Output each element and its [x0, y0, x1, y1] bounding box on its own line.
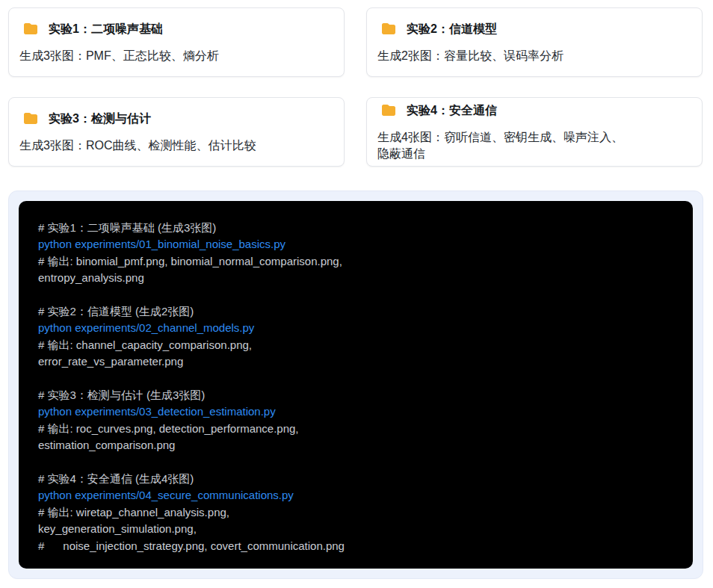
terminal-comment-line: # 实验4：安全通信 (生成4张图): [38, 471, 673, 487]
terminal-comment-line: error_rate_vs_parameter.png: [38, 353, 673, 370]
terminal-comment-line: # 输出: roc_curves.png, detection_performa…: [38, 421, 673, 437]
terminal-command-line[interactable]: python experiments/02_channel_models.py: [38, 320, 673, 336]
terminal-blank-line: [38, 454, 673, 471]
terminal-command-line[interactable]: python experiments/01_binomial_noise_bas…: [38, 236, 673, 253]
experiment-card-header: 实验4：安全通信: [377, 102, 690, 119]
experiment-card-header: 实验1：二项噪声基础: [19, 21, 332, 37]
terminal-comment-line: # 实验1：二项噪声基础 (生成3张图): [38, 220, 673, 236]
terminal-comment-line: estimation_comparison.png: [38, 437, 673, 454]
terminal-comment-line: key_generation_simulation.png,: [38, 521, 673, 537]
terminal-comment-line: # 输出: wiretap_channel_analysis.png,: [38, 504, 673, 521]
experiment-card-description: 生成2张图：容量比较、误码率分析: [377, 48, 690, 64]
experiment-card[interactable]: 实验4：安全通信 生成4张图：窃听信道、密钥生成、噪声注入、 隐蔽通信: [366, 97, 703, 167]
folder-icon: [23, 112, 38, 125]
experiment-card-grid: 实验1：二项噪声基础 生成3张图：PMF、正态比较、熵分析 实验2：信道模型 生…: [8, 7, 703, 167]
experiment-card[interactable]: 实验1：二项噪声基础 生成3张图：PMF、正态比较、熵分析: [8, 7, 345, 77]
terminal-comment-line: entropy_analysis.png: [38, 270, 673, 286]
folder-icon: [381, 22, 396, 35]
terminal-command-line[interactable]: python experiments/04_secure_communicati…: [38, 487, 673, 504]
terminal-comment-line: # 实验2：信道模型 (生成2张图): [38, 303, 673, 320]
experiment-card-title: 实验3：检测与估计: [49, 111, 151, 127]
experiment-card[interactable]: 实验3：检测与估计 生成3张图：ROC曲线、检测性能、估计比较: [8, 97, 345, 167]
experiment-card-description: 生成3张图：PMF、正态比较、熵分析: [19, 48, 332, 64]
folder-icon: [23, 22, 38, 35]
terminal-comment-line: # 输出: channel_capacity_comparison.png,: [38, 337, 673, 353]
terminal-panel: # 实验1：二项噪声基础 (生成3张图) python experiments/…: [8, 191, 703, 579]
experiment-card-header: 实验3：检测与估计: [19, 111, 332, 127]
experiment-card-title: 实验4：安全通信: [407, 102, 497, 119]
experiment-card-description: 生成3张图：ROC曲线、检测性能、估计比较: [19, 137, 332, 154]
terminal-comment-line: # 实验3：检测与估计 (生成3张图): [38, 387, 673, 403]
experiment-card[interactable]: 实验2：信道模型 生成2张图：容量比较、误码率分析: [366, 7, 703, 77]
terminal-command-line[interactable]: python experiments/03_detection_estimati…: [38, 403, 673, 420]
experiment-card-title: 实验2：信道模型: [407, 21, 497, 37]
terminal-comment-line: # 输出: binomial_pmf.png, binomial_normal_…: [38, 253, 673, 270]
terminal-comment-line: # noise_injection_strategy.png, covert_c…: [38, 538, 673, 554]
experiment-card-description: 生成4张图：窃听信道、密钥生成、噪声注入、 隐蔽通信: [377, 129, 690, 162]
code-terminal: # 实验1：二项噪声基础 (生成3张图) python experiments/…: [19, 201, 693, 569]
terminal-blank-line: [38, 371, 673, 387]
experiment-card-header: 实验2：信道模型: [377, 21, 690, 37]
terminal-blank-line: [38, 287, 673, 303]
folder-icon: [381, 104, 396, 117]
page-background: 实验1：二项噪声基础 生成3张图：PMF、正态比较、熵分析 实验2：信道模型 生…: [0, 0, 713, 579]
experiment-card-title: 实验1：二项噪声基础: [49, 21, 163, 37]
